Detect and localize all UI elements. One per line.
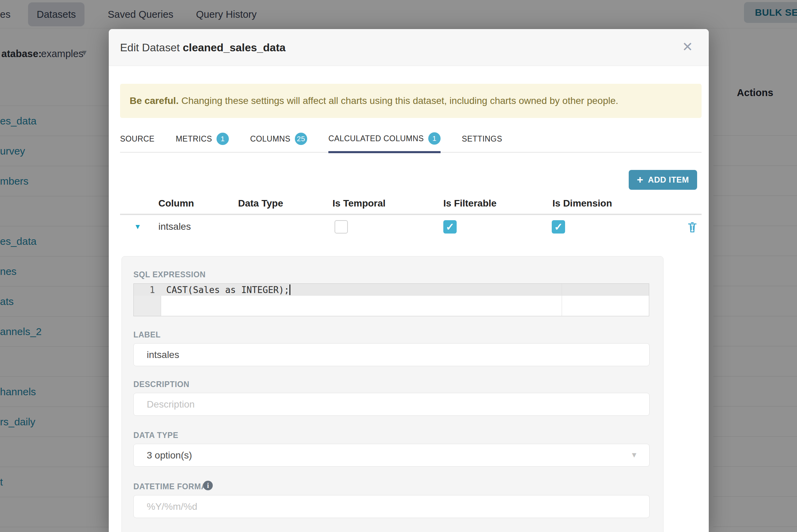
- columns-count-badge: 25: [295, 133, 307, 145]
- sql-code-text: CAST(Sales as INTEGER);: [166, 285, 289, 295]
- datetime-format-field-label: DATETIME FORMAT: [133, 482, 211, 491]
- col-header-data-type: Data Type: [238, 198, 283, 209]
- table-header-divider: [120, 214, 702, 215]
- col-header-column: Column: [158, 198, 194, 209]
- warning-text: Changing these settings will affect all …: [181, 95, 618, 106]
- column-name: intsales: [158, 221, 191, 232]
- metrics-count-badge: 1: [217, 133, 229, 145]
- data-type-select[interactable]: [133, 444, 650, 467]
- column-detail-panel: SQL EXPRESSION 1 CAST(Sales as INTEGER);…: [121, 256, 664, 532]
- edit-dataset-modal: Edit Dataset cleaned_sales_data ✕ Be car…: [109, 29, 709, 532]
- tab-metrics[interactable]: METRICS1: [176, 126, 229, 152]
- checkmark-icon: ✓: [446, 221, 454, 233]
- tab-calculated-columns[interactable]: CALCULATED COLUMNS1: [328, 126, 441, 153]
- data-type-field-label: DATA TYPE: [133, 431, 178, 440]
- calculated-columns-count-badge: 1: [428, 132, 441, 145]
- editor-line-number: 1: [134, 285, 155, 295]
- collapse-caret-icon[interactable]: ▼: [134, 223, 141, 231]
- sql-expression-editor[interactable]: 1 CAST(Sales as INTEGER);: [133, 283, 649, 316]
- close-icon[interactable]: ✕: [682, 40, 693, 53]
- tab-source[interactable]: SOURCE: [120, 126, 155, 152]
- add-item-button[interactable]: + ADD ITEM: [629, 170, 697, 190]
- editor-print-margin: [562, 284, 562, 316]
- modal-tabs: SOURCE METRICS1 COLUMNS25 CALCULATED COL…: [120, 126, 702, 153]
- info-icon[interactable]: i: [203, 481, 213, 490]
- is-filterable-checkbox[interactable]: ✓: [443, 220, 457, 234]
- modal-title-dataset-name: cleaned_sales_data: [183, 41, 286, 54]
- tab-columns[interactable]: COLUMNS25: [250, 126, 307, 152]
- modal-title: Edit Dataset cleaned_sales_data: [120, 41, 286, 54]
- description-field-label: DESCRIPTION: [133, 380, 190, 389]
- modal-title-prefix: Edit Dataset: [120, 41, 183, 54]
- warning-banner: Be careful.Changing these settings will …: [120, 84, 702, 118]
- checkmark-icon: ✓: [554, 221, 563, 233]
- is-dimension-checkbox[interactable]: ✓: [552, 220, 565, 234]
- col-header-is-dimension: Is Dimension: [552, 198, 612, 209]
- is-temporal-checkbox[interactable]: [335, 220, 348, 234]
- delete-trash-icon[interactable]: [686, 221, 698, 234]
- plus-icon: +: [637, 174, 643, 185]
- tab-settings[interactable]: SETTINGS: [462, 126, 502, 152]
- col-header-is-filterable: Is Filterable: [443, 198, 497, 209]
- text-cursor: [289, 284, 290, 295]
- description-input[interactable]: [133, 393, 650, 416]
- sql-expression-label: SQL EXPRESSION: [133, 270, 206, 279]
- warning-bold: Be careful.: [130, 95, 179, 106]
- label-field-label: LABEL: [133, 330, 161, 340]
- label-input[interactable]: [133, 343, 650, 366]
- modal-header: Edit Dataset cleaned_sales_data ✕: [109, 29, 709, 66]
- chevron-down-icon[interactable]: ▼: [630, 451, 638, 460]
- col-header-is-temporal: Is Temporal: [332, 198, 386, 209]
- datetime-format-input[interactable]: [133, 495, 650, 518]
